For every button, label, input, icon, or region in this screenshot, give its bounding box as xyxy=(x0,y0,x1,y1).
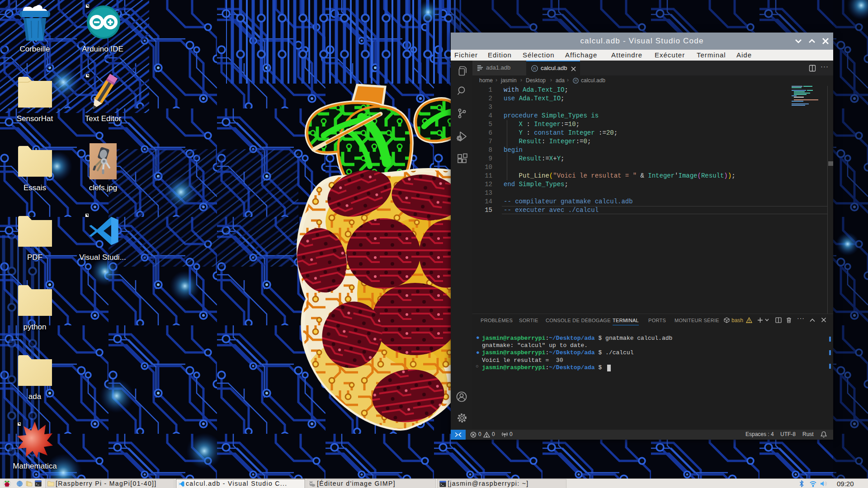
svg-text:R: R xyxy=(533,66,536,71)
svg-text:R: R xyxy=(575,79,577,83)
